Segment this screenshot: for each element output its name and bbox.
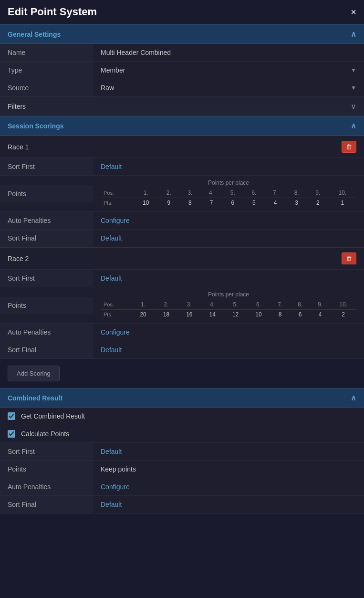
race1-auto-penalties-value[interactable]: Configure: [93, 212, 364, 229]
race2-pts-7[interactable]: 8: [270, 310, 290, 320]
source-text: Raw: [101, 84, 114, 92]
race1-pos-7: 7.: [265, 188, 286, 198]
add-scoring-button[interactable]: Add Scoring: [8, 366, 60, 381]
source-dropdown-arrow: ▼: [351, 84, 356, 91]
session-scorings-section[interactable]: Session Scorings ∧: [0, 116, 364, 136]
race1-pos-header: Pos.: [101, 188, 134, 198]
session-scorings-chevron: ∧: [351, 121, 356, 130]
combined-result-label: Combined Result: [8, 394, 62, 402]
race1-pts-8[interactable]: 3: [286, 198, 307, 208]
add-scoring-container: Add Scoring: [0, 359, 364, 388]
get-combined-checkbox[interactable]: [8, 412, 15, 420]
general-settings-section[interactable]: General Settings ∧: [0, 24, 364, 44]
race2-sort-first-row: Sort First Default: [0, 270, 364, 287]
race1-pts-2[interactable]: 9: [158, 198, 179, 208]
race2-points-label: Points: [0, 297, 93, 314]
get-combined-result-row: Get Combined Result: [0, 408, 364, 425]
race2-configure-link[interactable]: Configure: [101, 328, 130, 336]
race1-pts-3[interactable]: 8: [179, 198, 201, 208]
race2-pts-8[interactable]: 6: [290, 310, 310, 320]
combined-sort-first-text: Default: [101, 448, 122, 455]
race1-pts-4[interactable]: 7: [201, 198, 222, 208]
race2-pts-3[interactable]: 16: [178, 310, 201, 320]
source-label: Source: [0, 79, 93, 96]
race2-sort-final-text: Default: [101, 346, 122, 354]
calculate-points-checkbox[interactable]: [8, 430, 15, 438]
name-row: Name: [0, 44, 364, 62]
race1-points-per-place-label: Points per place: [101, 179, 356, 186]
filters-chevron: ∨: [351, 102, 356, 111]
race1-sort-final-value[interactable]: Default: [93, 230, 364, 247]
type-label: Type: [0, 62, 93, 79]
combined-auto-penalties-row: Auto Penalties Configure: [0, 478, 364, 496]
race2-pts-10[interactable]: 2: [330, 310, 356, 320]
race2-pos-10: 10.: [330, 300, 356, 310]
race1-pts-label: Pts.: [101, 198, 134, 208]
race1-pts-1[interactable]: 10: [134, 198, 158, 208]
race2-pts-4[interactable]: 14: [201, 310, 224, 320]
race1-pos-5: 5.: [222, 188, 243, 198]
race2-delete-button[interactable]: 🗑: [342, 252, 356, 264]
combined-sort-first-value[interactable]: Default: [93, 443, 364, 460]
combined-sort-final-row: Sort Final Default: [0, 496, 364, 514]
race1-pos-3: 3.: [179, 188, 201, 198]
race2-points-value: Points per place Pos. 1. 2. 3. 4. 5. 6. …: [93, 287, 364, 323]
race2-pts-2[interactable]: 18: [155, 310, 177, 320]
race2-auto-penalties-value[interactable]: Configure: [93, 324, 364, 341]
race1-pts-6[interactable]: 5: [243, 198, 265, 208]
general-settings-chevron: ∧: [351, 30, 356, 39]
race2-sort-first-value[interactable]: Default: [93, 270, 364, 287]
race2-pos-8: 8.: [290, 300, 310, 310]
combined-result-chevron: ∧: [351, 393, 356, 402]
race1-auto-penalties-row: Auto Penalties Configure: [0, 212, 364, 230]
race2-pos-5: 5.: [224, 300, 247, 310]
race1-pos-8: 8.: [286, 188, 307, 198]
combined-points-value[interactable]: Keep points: [93, 461, 364, 478]
combined-sort-first-label: Sort First: [0, 443, 93, 460]
race1-pts-5[interactable]: 6: [222, 198, 243, 208]
combined-result-content: Get Combined Result Calculate Points Sor…: [0, 408, 364, 514]
race1-pts-7[interactable]: 4: [265, 198, 286, 208]
source-row: Source Raw ▼: [0, 79, 364, 97]
race1-delete-button[interactable]: 🗑: [342, 141, 356, 153]
combined-configure-link[interactable]: Configure: [101, 483, 130, 491]
type-value[interactable]: Member ▼: [93, 62, 364, 79]
calculate-points-label[interactable]: Calculate Points: [21, 430, 69, 438]
race1-label: Race 1: [8, 143, 29, 151]
race2-sort-final-value[interactable]: Default: [93, 341, 364, 358]
race2-pos-3: 3.: [178, 300, 201, 310]
race2-pts-1[interactable]: 20: [132, 310, 155, 320]
race1-pts-9[interactable]: 2: [307, 198, 329, 208]
race2-header: Race 2 🗑: [0, 247, 364, 270]
race2-label: Race 2: [8, 255, 29, 262]
name-value: [93, 44, 364, 61]
race2-pts-label: Pts.: [101, 310, 132, 320]
race2-pts-6[interactable]: 10: [247, 310, 270, 320]
race2-pos-1: 1.: [132, 300, 155, 310]
race1-points-label: Points: [0, 185, 93, 202]
race1-pos-1: 1.: [134, 188, 158, 198]
name-input[interactable]: [101, 49, 356, 56]
race1-points-value: Points per place Pos. 1. 2. 3. 4. 5. 6. …: [93, 176, 364, 211]
race2-pts-5[interactable]: 12: [224, 310, 247, 320]
race2-sort-final-row: Sort Final Default: [0, 341, 364, 359]
type-row: Type Member ▼: [0, 62, 364, 79]
combined-auto-penalties-label: Auto Penalties: [0, 478, 93, 495]
race1-pts-10[interactable]: 1: [329, 198, 356, 208]
combined-sort-final-value[interactable]: Default: [93, 496, 364, 513]
combined-points-label: Points: [0, 461, 93, 478]
combined-sort-first-row: Sort First Default: [0, 443, 364, 461]
combined-points-row: Points Keep points: [0, 461, 364, 478]
race1-sort-final-text: Default: [101, 234, 122, 242]
combined-points-text: Keep points: [101, 465, 136, 473]
race1-sort-first-value[interactable]: Default: [93, 158, 364, 175]
race2-auto-penalties-label: Auto Penalties: [0, 324, 93, 341]
close-button[interactable]: ×: [351, 7, 356, 17]
get-combined-label[interactable]: Get Combined Result: [21, 412, 85, 420]
race2-pts-9[interactable]: 4: [310, 310, 330, 320]
filters-row[interactable]: Filters ∨: [0, 97, 364, 116]
combined-result-section[interactable]: Combined Result ∧: [0, 388, 364, 408]
combined-auto-penalties-value[interactable]: Configure: [93, 478, 364, 495]
race1-configure-link[interactable]: Configure: [101, 217, 130, 224]
source-value[interactable]: Raw ▼: [93, 79, 364, 96]
